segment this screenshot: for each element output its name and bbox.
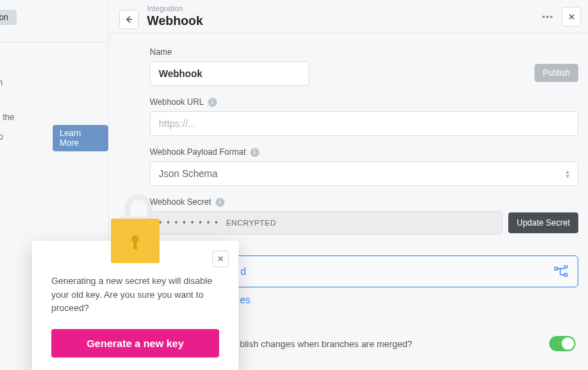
page-title: Webhook bbox=[147, 14, 203, 28]
payload-format-select[interactable]: Json Schema ▴▾ bbox=[150, 161, 578, 186]
secret-label-text: Webhook Secret bbox=[150, 197, 211, 207]
confirm-generate-modal: ✕ Generating a new secret key will disab… bbox=[32, 241, 239, 370]
webhook-url-input[interactable] bbox=[150, 111, 578, 136]
name-label: Name bbox=[150, 47, 578, 57]
bg-divider bbox=[0, 42, 108, 42]
arrow-left-icon bbox=[125, 15, 133, 24]
branch-icon bbox=[554, 265, 568, 278]
info-icon[interactable]: i bbox=[250, 148, 259, 157]
secret-mask: • • • • • • • • bbox=[159, 218, 219, 228]
modal-close-button[interactable]: ✕ bbox=[212, 251, 229, 267]
chevron-updown-icon: ▴▾ bbox=[566, 169, 569, 178]
modal-body-text: Generating a new secret key will disable… bbox=[51, 274, 219, 315]
format-value: Json Schema bbox=[159, 168, 218, 179]
lock-icon bbox=[111, 219, 159, 263]
secret-label: Webhook Secret i bbox=[150, 197, 578, 207]
secret-display: • • • • • • • • ENCRYPTED bbox=[150, 211, 503, 235]
bg-text-line2: ed to bbox=[0, 132, 3, 142]
url-label-text: Webhook URL bbox=[150, 97, 204, 107]
partial-text-d: d bbox=[241, 266, 246, 277]
breadcrumb: Integration bbox=[147, 4, 203, 12]
svg-rect-1 bbox=[564, 265, 567, 268]
url-label: Webhook URL i bbox=[150, 97, 578, 107]
encrypted-tag: ENCRYPTED bbox=[226, 219, 276, 227]
generate-key-button[interactable]: Generate a new key bbox=[51, 329, 219, 358]
toggle-knob bbox=[562, 337, 574, 350]
update-secret-button[interactable]: Update Secret bbox=[508, 212, 578, 233]
close-panel-button[interactable]: ✕ bbox=[562, 7, 581, 26]
format-label-text: Webhook Payload Format bbox=[150, 147, 246, 157]
publish-button[interactable]: Publish bbox=[535, 64, 578, 82]
close-icon: ✕ bbox=[217, 254, 224, 264]
panel-header: Integration Webhook ••• ✕ bbox=[108, 0, 588, 33]
merge-publish-toggle[interactable] bbox=[549, 336, 576, 351]
bg-text-publish: lish bbox=[0, 78, 3, 87]
info-icon[interactable]: i bbox=[216, 198, 225, 207]
bg-text-line1: s on the bbox=[0, 111, 33, 124]
dots-icon: ••• bbox=[542, 12, 554, 22]
back-button[interactable] bbox=[119, 10, 139, 29]
learn-more-button[interactable]: Learn More bbox=[53, 125, 108, 151]
name-input[interactable] bbox=[150, 61, 309, 86]
svg-rect-2 bbox=[564, 274, 567, 276]
format-label: Webhook Payload Format i bbox=[150, 147, 578, 157]
partial-text-es: es bbox=[240, 294, 578, 305]
svg-rect-0 bbox=[555, 267, 557, 270]
close-icon: ✕ bbox=[568, 12, 576, 22]
info-icon[interactable]: i bbox=[208, 98, 217, 107]
merge-publish-label: blish changes when branches are merged? bbox=[240, 339, 413, 349]
more-menu-button[interactable]: ••• bbox=[538, 7, 557, 26]
bg-pill: ration bbox=[0, 10, 17, 25]
